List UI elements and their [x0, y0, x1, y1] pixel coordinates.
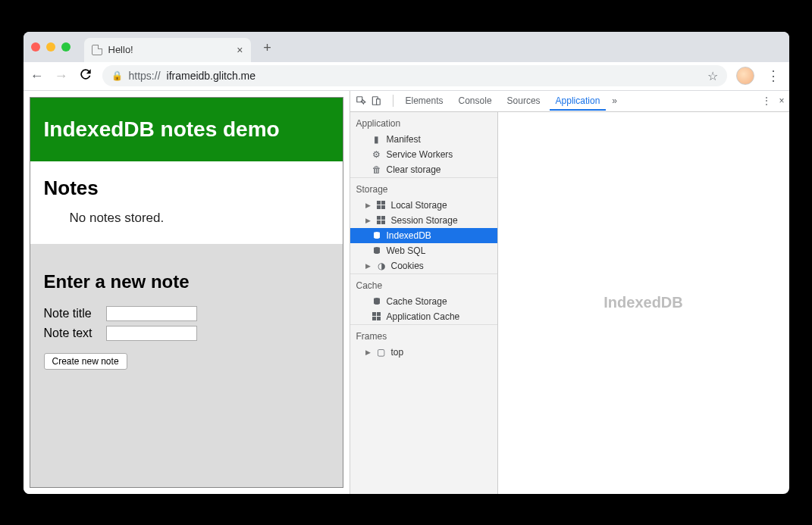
- grid-icon: [376, 200, 387, 211]
- url-host: iframeidb.glitch.me: [167, 70, 256, 82]
- application-sidebar: Application ▮ Manifest ⚙ Service Workers…: [350, 112, 498, 494]
- group-application-label: Application: [350, 112, 497, 132]
- devtools-close-button[interactable]: ×: [779, 95, 784, 106]
- titlebar: Hello! × +: [24, 32, 789, 62]
- sidebar-item-label: Service Workers: [387, 149, 453, 160]
- sidebar-item-label: Manifest: [387, 134, 421, 145]
- inspect-element-icon[interactable]: [355, 95, 367, 107]
- window-controls: [31, 42, 71, 52]
- create-note-button[interactable]: Create new note: [44, 353, 127, 370]
- new-note-form: Enter a new note Note title Note text Cr…: [30, 244, 343, 487]
- sidebar-item-clear-storage[interactable]: 🗑 Clear storage: [350, 162, 497, 177]
- tab-elements[interactable]: Elements: [400, 91, 450, 111]
- bookmark-star-icon[interactable]: ☆: [707, 69, 718, 83]
- sidebar-item-cookies[interactable]: ▶ ◑ Cookies: [350, 258, 497, 273]
- sidebar-item-label: Cache Storage: [387, 296, 447, 307]
- sidebar-item-label: Application Cache: [387, 311, 460, 322]
- page-file-icon: [92, 45, 102, 55]
- sidebar-item-label: Session Storage: [391, 215, 458, 226]
- chevron-right-icon: ▶: [365, 348, 372, 356]
- frame-icon: ▢: [376, 347, 387, 358]
- database-icon: [372, 296, 382, 307]
- notes-section: Notes No notes stored.: [30, 161, 343, 244]
- group-storage-label: Storage: [350, 177, 497, 198]
- url-bar[interactable]: 🔒 https://iframeidb.glitch.me ☆: [102, 65, 727, 86]
- chevron-right-icon: ▶: [365, 217, 372, 224]
- page-viewport: IndexedDB notes demo Notes No notes stor…: [24, 91, 350, 494]
- sidebar-item-label: Local Storage: [391, 200, 447, 211]
- note-text-input[interactable]: [106, 326, 197, 341]
- browser-window: Hello! × + ← → 🔒 https://iframeidb.glitc…: [24, 32, 789, 494]
- tab-application[interactable]: Application: [550, 91, 607, 111]
- content-area: IndexedDB notes demo Notes No notes stor…: [24, 91, 789, 494]
- group-cache-label: Cache: [350, 273, 497, 294]
- back-button[interactable]: ←: [30, 68, 45, 84]
- sidebar-item-label: Web SQL: [387, 245, 426, 256]
- devtools-body: Application ▮ Manifest ⚙ Service Workers…: [350, 112, 789, 494]
- tab-title: Hello!: [108, 44, 133, 55]
- separator: [393, 95, 393, 107]
- sidebar-item-service-workers[interactable]: ⚙ Service Workers: [350, 147, 497, 162]
- reload-button[interactable]: [78, 67, 93, 86]
- forward-button[interactable]: →: [54, 68, 69, 84]
- manifest-icon: ▮: [372, 134, 382, 145]
- notes-empty-message: No notes stored.: [70, 211, 329, 226]
- cookie-icon: ◑: [376, 261, 387, 271]
- chevron-right-icon: ▶: [365, 202, 372, 209]
- device-toolbar-icon[interactable]: [370, 95, 382, 107]
- sidebar-item-application-cache[interactable]: Application Cache: [350, 309, 497, 324]
- sidebar-item-session-storage[interactable]: ▶ Session Storage: [350, 213, 497, 228]
- browser-tab[interactable]: Hello! ×: [84, 38, 251, 62]
- note-title-input[interactable]: [106, 306, 197, 321]
- sidebar-item-label: top: [391, 347, 404, 358]
- minimize-window-button[interactable]: [46, 42, 55, 52]
- trash-icon: 🗑: [372, 164, 382, 175]
- gear-icon: ⚙: [372, 149, 382, 160]
- page-title: IndexedDB notes demo: [30, 98, 343, 161]
- note-title-label: Note title: [44, 307, 102, 320]
- group-frames-label: Frames: [350, 324, 497, 345]
- devtools-panel: Elements Console Sources Application » ⋮…: [350, 91, 789, 494]
- sidebar-item-top-frame[interactable]: ▶ ▢ top: [350, 345, 497, 360]
- svg-rect-2: [376, 99, 380, 105]
- chevron-right-icon: ▶: [365, 262, 372, 270]
- url-scheme: https://: [129, 70, 161, 82]
- sidebar-item-label: Clear storage: [387, 164, 441, 175]
- sidebar-item-web-sql[interactable]: Web SQL: [350, 243, 497, 258]
- new-tab-button[interactable]: +: [257, 38, 278, 59]
- lock-icon: 🔒: [111, 70, 123, 81]
- profile-avatar[interactable]: [736, 67, 754, 85]
- reload-icon: [78, 67, 93, 82]
- sidebar-item-label: Cookies: [391, 261, 424, 271]
- toolbar: ← → 🔒 https://iframeidb.glitch.me ☆ ⋮: [24, 62, 789, 91]
- notes-heading: Notes: [44, 177, 329, 200]
- sidebar-item-label: IndexedDB: [387, 230, 431, 241]
- grid-icon: [372, 311, 382, 322]
- database-icon: [372, 230, 382, 241]
- more-tabs-chevron-icon[interactable]: »: [612, 95, 617, 106]
- grid-icon: [376, 215, 387, 226]
- demo-app: IndexedDB notes demo Notes No notes stor…: [30, 97, 343, 488]
- tab-sources[interactable]: Sources: [501, 91, 547, 111]
- panel-placeholder-text: IndexedDB: [604, 294, 682, 311]
- form-heading: Enter a new note: [44, 271, 329, 292]
- tab-console[interactable]: Console: [453, 91, 498, 111]
- sidebar-item-manifest[interactable]: ▮ Manifest: [350, 132, 497, 147]
- note-text-label: Note text: [44, 327, 102, 340]
- devtools-menu-button[interactable]: ⋮: [762, 95, 771, 106]
- browser-menu-button[interactable]: ⋮: [763, 67, 783, 84]
- database-icon: [372, 245, 382, 256]
- devtools-main-panel: IndexedDB: [498, 112, 789, 494]
- sidebar-item-indexeddb[interactable]: IndexedDB: [350, 228, 497, 243]
- devtools-tabbar: Elements Console Sources Application » ⋮…: [350, 91, 789, 112]
- close-window-button[interactable]: [31, 42, 40, 52]
- sidebar-item-local-storage[interactable]: ▶ Local Storage: [350, 198, 497, 213]
- sidebar-item-cache-storage[interactable]: Cache Storage: [350, 294, 497, 309]
- close-tab-button[interactable]: ×: [237, 44, 243, 56]
- maximize-window-button[interactable]: [61, 42, 71, 52]
